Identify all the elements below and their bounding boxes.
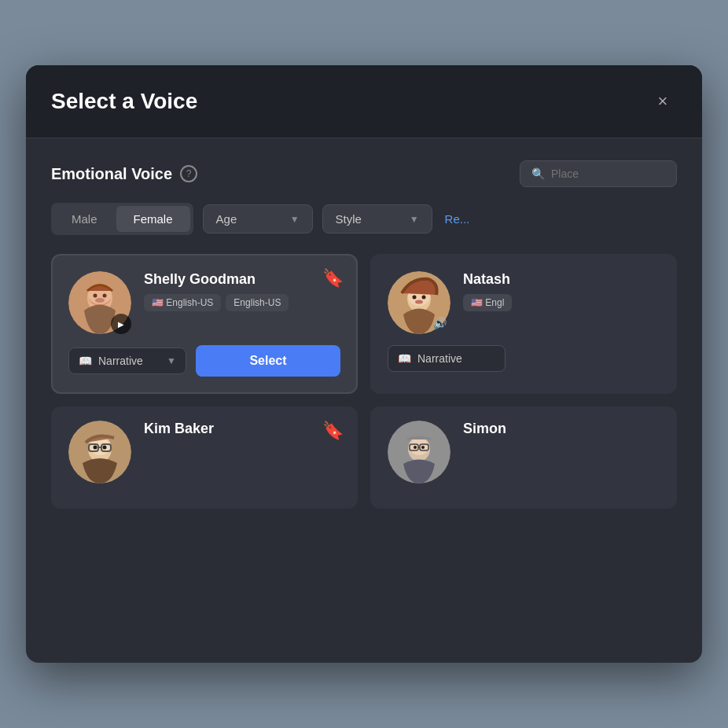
voice-info-shelly: Shelly Goodman 🇺🇸 English-US English-US (144, 271, 340, 311)
search-icon: 🔍 (531, 167, 545, 180)
avatar-simon (388, 421, 450, 483)
voice-grid: ▶ Shelly Goodman 🇺🇸 English-US English-U… (51, 254, 677, 509)
svg-point-6 (95, 298, 105, 303)
voice-card-top-kim: Kim Baker 🔖 (68, 421, 340, 483)
voice-info-natasha: Natash 🇺🇸 Engl (463, 271, 660, 311)
voice-card-top-natasha: 🔊 Natash 🇺🇸 Engl (388, 271, 660, 334)
filters-bar: Male Female Age ▼ Style ▼ Re... (51, 203, 677, 235)
style-dropdown[interactable]: Style ▼ (322, 204, 432, 233)
voice-info-kim: Kim Baker (144, 421, 340, 443)
book-icon-natasha: 📖 (398, 352, 411, 365)
avatar-svg-simon (388, 421, 450, 483)
voice-card-bottom-shelly: 📖 Narrative ▼ Select (68, 345, 340, 377)
narrative-dropdown-arrow: ▼ (167, 355, 176, 366)
select-button-shelly[interactable]: Select (196, 345, 340, 377)
voice-info-simon: Simon (463, 421, 660, 443)
book-icon: 📖 (79, 355, 92, 367)
narrative-label-shelly: Narrative (98, 355, 143, 367)
voice-card-natasha[interactable]: 🔊 Natash 🇺🇸 Engl 📖 Narrative (370, 254, 677, 394)
style-dropdown-arrow: ▼ (410, 214, 419, 225)
section-title-group: Emotional Voice ? (51, 165, 197, 183)
modal-body: Emotional Voice ? 🔍 Male Female Age ▼ St… (26, 138, 702, 531)
voice-tag-natasha-1: 🇺🇸 Engl (463, 294, 512, 311)
voice-card-bottom-natasha: 📖 Narrative (388, 345, 660, 372)
close-button[interactable]: × (649, 87, 677, 116)
svg-point-4 (94, 294, 97, 298)
male-button[interactable]: Male (54, 206, 115, 232)
avatar-svg-kim (68, 421, 131, 483)
narrative-dropdown-shelly[interactable]: 📖 Narrative ▼ (68, 347, 186, 374)
age-dropdown-arrow: ▼ (290, 214, 300, 225)
avatar-kim (68, 421, 131, 483)
voice-card-kim[interactable]: Kim Baker 🔖 (51, 406, 358, 509)
voice-name-simon: Simon (463, 421, 660, 437)
help-icon[interactable]: ? (180, 165, 197, 182)
voice-name-shelly: Shelly Goodman (144, 271, 340, 288)
volume-icon-natasha[interactable]: 🔊 (430, 314, 449, 333)
age-dropdown[interactable]: Age ▼ (203, 204, 313, 233)
gender-toggle: Male Female (51, 203, 193, 235)
svg-point-31 (421, 446, 425, 449)
reset-button[interactable]: Re... (442, 206, 473, 232)
section-title: Emotional Voice (51, 165, 172, 183)
narrative-dropdown-natasha[interactable]: 📖 Narrative (388, 345, 506, 372)
svg-point-23 (103, 446, 107, 450)
search-input[interactable] (551, 167, 665, 180)
voice-tags-shelly: 🇺🇸 English-US English-US (144, 294, 340, 311)
search-box: 🔍 (520, 160, 677, 187)
section-header: Emotional Voice ? 🔍 (51, 160, 677, 187)
svg-point-17 (422, 296, 426, 300)
svg-point-29 (410, 438, 428, 455)
avatar-container-simon (388, 421, 450, 483)
svg-point-30 (414, 446, 417, 449)
narrative-label-natasha: Narrative (417, 352, 462, 365)
voice-card-top-simon: Simon (388, 421, 660, 483)
play-icon[interactable]: ▶ (111, 314, 131, 334)
modal-title: Select a Voice (51, 89, 197, 114)
voice-name-natasha: Natash (463, 271, 660, 288)
svg-point-22 (94, 446, 97, 450)
voice-card-top: ▶ Shelly Goodman 🇺🇸 English-US English-U… (68, 271, 340, 334)
avatar-container-kim (68, 421, 131, 483)
svg-point-5 (103, 294, 107, 298)
svg-point-18 (415, 300, 423, 304)
voice-card-simon[interactable]: Simon (370, 406, 677, 509)
avatar-container-natasha: 🔊 (388, 271, 450, 334)
age-label: Age (216, 212, 237, 226)
voice-tag-2: English-US (226, 294, 289, 311)
voice-name-kim: Kim Baker (144, 421, 340, 437)
voice-tag-1: 🇺🇸 English-US (144, 294, 221, 311)
style-label: Style (336, 212, 362, 226)
modal-header: Select a Voice × (26, 65, 702, 138)
avatar-container-shelly: ▶ (68, 271, 131, 334)
female-button[interactable]: Female (116, 206, 190, 232)
bookmark-shelly[interactable]: 🔖 (322, 268, 344, 289)
voice-tags-natasha: 🇺🇸 Engl (463, 294, 660, 311)
voice-card-shelly[interactable]: ▶ Shelly Goodman 🇺🇸 English-US English-U… (51, 254, 358, 394)
bookmark-kim[interactable]: 🔖 (322, 421, 344, 441)
svg-point-16 (413, 296, 417, 300)
voice-select-modal: Select a Voice × Emotional Voice ? 🔍 Mal… (26, 65, 702, 663)
